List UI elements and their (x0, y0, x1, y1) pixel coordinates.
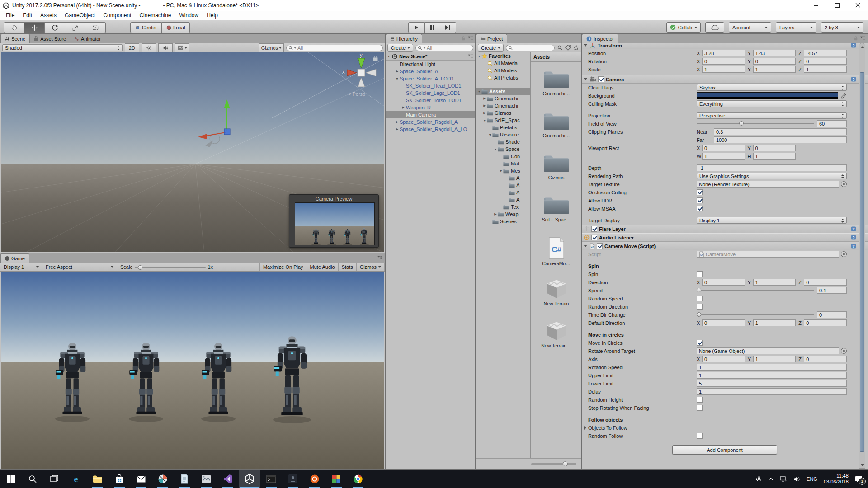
value-field[interactable]: 0 (702, 356, 745, 362)
rotation-local-button[interactable]: Local (162, 22, 190, 33)
thumbnail-zoom-slider[interactable] (531, 463, 576, 465)
game-panel-menu-icon[interactable] (377, 255, 383, 260)
hierarchy-item-sk-soldier-legs-lod1[interactable]: SK_Soldier_Legs_LOD1 (386, 89, 475, 97)
project-tree-cinemachi[interactable]: ▶Cinemachi (476, 102, 530, 109)
hierarchy-create-button[interactable]: Create (387, 44, 413, 52)
taskbar-app-krita[interactable] (152, 470, 174, 488)
taskbar-app-edge[interactable]: e (65, 470, 87, 488)
search-by-type-icon[interactable] (557, 45, 563, 51)
hierarchy-item-sk-soldier-torso-lod1[interactable]: SK_Soldier_Torso_LOD1 (386, 97, 475, 104)
foldout-arrow-icon[interactable]: ▼ (493, 148, 498, 151)
culling-mask-dropdown[interactable]: Everything (697, 100, 847, 107)
value-field[interactable]: 0.1 (817, 287, 847, 294)
eyedropper-icon[interactable] (841, 93, 847, 99)
foldout-arrow-icon[interactable]: ▶ (482, 104, 487, 108)
project-breadcrumb[interactable]: Assets (531, 52, 581, 62)
value-field[interactable]: 0 (804, 319, 847, 326)
projection-dropdown[interactable]: Perspective (697, 112, 847, 119)
value-field[interactable]: 0 (702, 319, 745, 326)
toggle-2d-button[interactable]: 2D (125, 43, 139, 52)
value-field[interactable]: 1 (697, 364, 847, 371)
asset-cinemachi[interactable]: Cinemachi… (531, 111, 581, 138)
field-of-view-slider[interactable] (697, 120, 814, 127)
search-by-label-icon[interactable] (565, 45, 571, 51)
menu-window[interactable]: Window (175, 12, 203, 19)
foldout-arrow-icon[interactable]: ▼ (499, 169, 503, 173)
value-field[interactable]: -4.57 (804, 50, 847, 56)
project-tree-all-materia[interactable]: All Materia (476, 60, 530, 67)
project-create-button[interactable]: Create (478, 44, 504, 52)
target-texture-object-field[interactable]: None (Render Texture) (697, 181, 839, 188)
value-field[interactable]: 0 (753, 145, 796, 151)
lock-icon[interactable] (461, 36, 466, 41)
foldout-arrow-icon[interactable]: ▼ (482, 119, 487, 122)
spin-checkbox[interactable] (697, 271, 703, 277)
hierarchy-item-space-soldier-ragdoll-a-lo[interactable]: ▶Space_Soldier_Ragdoll_A_LO (386, 126, 475, 133)
value-field[interactable]: 0 (702, 279, 745, 286)
taskbar-app-visual-studio[interactable] (217, 470, 239, 488)
help-icon[interactable]: ? (851, 43, 857, 48)
menu-gameobject[interactable]: GameObject (61, 12, 99, 19)
clock[interactable]: 11:48 03/06/2018 (824, 473, 849, 485)
scene-gizmos-dropdown[interactable]: Gizmos (259, 43, 284, 52)
menu-file[interactable]: File (2, 12, 19, 19)
hand-tool-button[interactable] (4, 22, 24, 33)
value-field[interactable]: 0 (804, 356, 847, 362)
value-field[interactable]: 1 (804, 66, 847, 73)
move-tool-button[interactable] (24, 22, 45, 33)
scene-header-row[interactable]: ▼ New Scene* (386, 52, 475, 61)
project-search-input[interactable] (506, 45, 555, 51)
game-viewport[interactable] (1, 272, 384, 469)
value-field[interactable]: 0 (753, 58, 796, 65)
scene-effects-button[interactable] (175, 43, 189, 52)
hierarchy-item-weapon-r[interactable]: ▶Weapon_R (386, 104, 475, 111)
scene-lighting-button[interactable] (142, 43, 156, 52)
value-field[interactable]: 1 (702, 66, 745, 73)
value-field[interactable]: 1 (753, 356, 796, 362)
close-button[interactable] (847, 0, 868, 11)
taskbar-app-game-app[interactable] (282, 470, 304, 488)
component-enabled-checkbox[interactable] (598, 76, 604, 82)
lock-icon[interactable] (854, 36, 858, 41)
foldout-arrow-icon[interactable]: ▶ (395, 120, 400, 124)
asset-new-terrain[interactable]: New Terrain… (531, 321, 581, 348)
foldout-arrow-icon[interactable]: ▼ (477, 55, 481, 58)
hierarchy-panel-menu-icon[interactable] (467, 36, 473, 41)
taskbar-app-media-app[interactable] (195, 470, 217, 488)
scrollbar-thumb[interactable] (860, 72, 864, 452)
mute-audio-button[interactable]: Mute Audio (307, 263, 339, 271)
component-enabled-checkbox[interactable] (597, 243, 603, 249)
gizmo-persp-label[interactable]: < Persp (348, 91, 365, 97)
foldout-arrow-icon[interactable]: ▶ (395, 70, 400, 73)
value-field[interactable]: 1 (753, 279, 796, 286)
foldout-objects-to-follow[interactable]: Objects To Follow (582, 424, 868, 432)
tab-hierarchy[interactable]: Hierarchy (386, 34, 422, 43)
layout-dropdown[interactable]: 2 by 3 (821, 22, 863, 33)
value-field[interactable]: 0 (702, 58, 745, 65)
taskbar-app-search[interactable] (22, 470, 43, 488)
rendering-path-dropdown[interactable]: Use Graphics Settings (697, 173, 847, 179)
tab-animator[interactable]: Animator (70, 34, 105, 43)
account-dropdown[interactable]: Account (729, 22, 771, 33)
help-icon[interactable]: ? (851, 235, 857, 240)
project-tree-a[interactable]: A (476, 189, 530, 196)
maximize-on-play-button[interactable]: Maximize On Play (259, 263, 307, 271)
project-tree-scifi-spac[interactable]: ▼SciFi_Spac (476, 117, 530, 124)
component-header-transform[interactable]: Transform? (582, 43, 868, 49)
move-in-circles-checkbox[interactable] (697, 340, 703, 346)
tray-chevron-icon[interactable] (768, 477, 774, 481)
value-field[interactable]: 60 (817, 120, 847, 127)
rotate-around-target-object-field[interactable]: None (Game Object) (697, 347, 839, 354)
value-field[interactable]: 1 (753, 66, 796, 73)
asset-scifi-spac[interactable]: SciFi_Spac… (531, 195, 581, 222)
background-color-swatch[interactable] (697, 92, 838, 99)
project-tree-shade[interactable]: Shade (476, 138, 530, 145)
menu-assets[interactable]: Assets (36, 12, 61, 19)
taskbar-app-unity[interactable] (239, 470, 260, 488)
tab-asset-store[interactable]: Asset Store (30, 34, 70, 43)
value-field[interactable]: 1000 (714, 136, 847, 143)
object-picker-icon[interactable] (841, 251, 847, 257)
layers-dropdown[interactable]: Layers (776, 22, 816, 33)
foldout-arrow-icon[interactable]: ▼ (395, 77, 400, 80)
collab-button[interactable]: Collab (666, 22, 701, 33)
